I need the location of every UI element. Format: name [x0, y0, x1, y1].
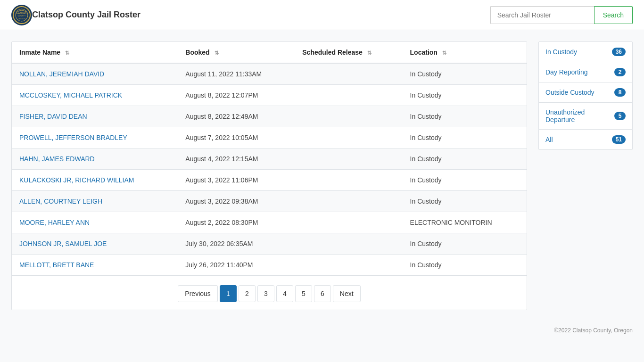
pagination-page-2[interactable]: 2: [239, 285, 256, 302]
table-row: MELLOTT, BRETT BANEJuly 26, 2022 11:40PM…: [12, 255, 527, 276]
sort-icon-location: ⇅: [442, 50, 446, 56]
col-header-location[interactable]: Location ⇅: [403, 42, 527, 63]
inmate-link[interactable]: JOHNSON JR, SAMUEL JOE: [19, 240, 107, 247]
cell-booked: August 8, 2022 12:07PM: [178, 85, 295, 106]
cell-release: [295, 191, 402, 212]
cell-inmate-name: KULACKOSKI JR, RICHARD WILLIAM: [12, 170, 178, 191]
sidebar-item-badge: 8: [614, 88, 626, 97]
sidebar-item-day-reporting[interactable]: Day Reporting2: [538, 62, 633, 82]
sidebar-item-in-custody[interactable]: In Custody36: [538, 41, 633, 62]
sort-icon-release: ⇅: [367, 50, 372, 56]
cell-release: [295, 63, 402, 85]
page-footer: ©2022 Clatsop County, Oregon: [0, 321, 644, 339]
table-row: ALLEN, COURTNEY LEIGHAugust 3, 2022 09:3…: [12, 191, 527, 212]
table-header: Inmate Name ⇅ Booked ⇅ Scheduled Release…: [12, 42, 527, 63]
inmate-link[interactable]: MCCLOSKEY, MICHAEL PATRICK: [19, 91, 122, 99]
cell-booked: August 2, 2022 08:30PM: [178, 212, 295, 233]
inmate-table: Inmate Name ⇅ Booked ⇅ Scheduled Release…: [12, 42, 527, 276]
inmate-table-container: Inmate Name ⇅ Booked ⇅ Scheduled Release…: [11, 41, 527, 310]
copyright-text: ©2022 Clatsop County, Oregon: [554, 327, 633, 334]
cell-inmate-name: JOHNSON JR, SAMUEL JOE: [12, 233, 178, 255]
sidebar-item-outside-custody[interactable]: Outside Custody8: [538, 82, 633, 103]
pagination-page-3[interactable]: 3: [257, 285, 274, 302]
sort-icon-booked: ⇅: [215, 50, 219, 56]
cell-booked: August 11, 2022 11:33AM: [178, 63, 295, 85]
cell-inmate-name: FISHER, DAVID DEAN: [12, 106, 178, 127]
svg-text:OREGON: OREGON: [18, 18, 25, 20]
svg-text:COUNTY: COUNTY: [18, 15, 26, 17]
col-header-name[interactable]: Inmate Name ⇅: [12, 42, 178, 63]
cell-booked: August 7, 2022 10:05AM: [178, 127, 295, 148]
pagination-page-6[interactable]: 6: [314, 285, 331, 302]
sidebar-item-badge: 5: [614, 112, 626, 120]
cell-location: In Custody: [403, 233, 527, 255]
cell-inmate-name: HAHN, JAMES EDWARD: [12, 148, 178, 170]
main-content: Inmate Name ⇅ Booked ⇅ Scheduled Release…: [0, 30, 644, 321]
table-row: MCCLOSKEY, MICHAEL PATRICKAugust 8, 2022…: [12, 85, 527, 106]
cell-release: [295, 233, 402, 255]
sidebar-item-badge: 2: [614, 68, 626, 76]
search-group: Search: [490, 6, 633, 24]
cell-booked: August 3, 2022 09:38AM: [178, 191, 295, 212]
cell-release: [295, 255, 402, 276]
cell-booked: August 4, 2022 12:15AM: [178, 148, 295, 170]
cell-release: [295, 127, 402, 148]
cell-location: In Custody: [403, 85, 527, 106]
sidebar-item-all[interactable]: All51: [538, 129, 633, 150]
inmate-link[interactable]: PROWELL, JEFFERSON BRADLEY: [19, 134, 127, 141]
cell-inmate-name: MCCLOSKEY, MICHAEL PATRICK: [12, 85, 178, 106]
inmate-link[interactable]: NOLLAN, JEREMIAH DAVID: [19, 70, 104, 78]
sidebar-item-label: In Custody: [545, 48, 577, 56]
table-row: FISHER, DAVID DEANAugust 8, 2022 12:49AM…: [12, 106, 527, 127]
col-header-release[interactable]: Scheduled Release ⇅: [295, 42, 402, 63]
sidebar-item-badge: 36: [612, 48, 626, 56]
cell-release: [295, 85, 402, 106]
sidebar: In Custody36Day Reporting2Outside Custod…: [538, 41, 633, 310]
cell-booked: July 26, 2022 11:40PM: [178, 255, 295, 276]
search-input[interactable]: [490, 6, 594, 24]
table-row: JOHNSON JR, SAMUEL JOEJuly 30, 2022 06:3…: [12, 233, 527, 255]
pagination-next[interactable]: Next: [333, 285, 361, 302]
table-row: PROWELL, JEFFERSON BRADLEYAugust 7, 2022…: [12, 127, 527, 148]
table-row: MOORE, HARLEY ANNAugust 2, 2022 08:30PME…: [12, 212, 527, 233]
table-row: NOLLAN, JEREMIAH DAVIDAugust 11, 2022 11…: [12, 63, 527, 85]
pagination-page-4[interactable]: 4: [276, 285, 293, 302]
page-header: CLATSOP COUNTY OREGON Clatsop County Jai…: [0, 0, 644, 30]
cell-inmate-name: MELLOTT, BRETT BANE: [12, 255, 178, 276]
cell-release: [295, 212, 402, 233]
pagination: Previous 1 2 3 4 5 6 Next: [12, 276, 527, 310]
inmate-link[interactable]: MOORE, HARLEY ANN: [19, 219, 90, 226]
table-row: HAHN, JAMES EDWARDAugust 4, 2022 12:15AM…: [12, 148, 527, 170]
sidebar-item-badge: 51: [612, 135, 626, 144]
inmate-link[interactable]: HAHN, JAMES EDWARD: [19, 155, 95, 163]
sidebar-item-unauthorized-departure[interactable]: Unauthorized Departure5: [538, 102, 633, 130]
cell-inmate-name: ALLEN, COURTNEY LEIGH: [12, 191, 178, 212]
search-button[interactable]: Search: [594, 6, 633, 24]
cell-booked: August 3, 2022 11:06PM: [178, 170, 295, 191]
sidebar-item-label: Unauthorized Departure: [545, 108, 614, 123]
cell-inmate-name: NOLLAN, JEREMIAH DAVID: [12, 63, 178, 85]
page-title: Clatsop County Jail Roster: [32, 10, 490, 20]
cell-location: In Custody: [403, 127, 527, 148]
col-header-booked[interactable]: Booked ⇅: [178, 42, 295, 63]
cell-location: In Custody: [403, 63, 527, 85]
sidebar-items: In Custody36Day Reporting2Outside Custod…: [538, 41, 633, 150]
inmate-link[interactable]: FISHER, DAVID DEAN: [19, 113, 87, 120]
pagination-page-5[interactable]: 5: [295, 285, 312, 302]
cell-release: [295, 106, 402, 127]
inmate-link[interactable]: KULACKOSKI JR, RICHARD WILLIAM: [19, 176, 134, 184]
cell-inmate-name: MOORE, HARLEY ANN: [12, 212, 178, 233]
cell-location: ELECTRONIC MONITORIN: [403, 212, 527, 233]
inmate-link[interactable]: MELLOTT, BRETT BANE: [19, 261, 94, 269]
sidebar-item-label: Day Reporting: [545, 68, 588, 76]
cell-booked: July 30, 2022 06:35AM: [178, 233, 295, 255]
pagination-previous[interactable]: Previous: [178, 285, 217, 302]
inmate-link[interactable]: ALLEN, COURTNEY LEIGH: [19, 197, 102, 205]
sort-icon-name: ⇅: [65, 50, 69, 56]
cell-booked: August 8, 2022 12:49AM: [178, 106, 295, 127]
county-logo: CLATSOP COUNTY OREGON: [11, 5, 32, 25]
cell-release: [295, 170, 402, 191]
cell-location: In Custody: [403, 148, 527, 170]
pagination-page-1[interactable]: 1: [220, 285, 237, 302]
cell-release: [295, 148, 402, 170]
